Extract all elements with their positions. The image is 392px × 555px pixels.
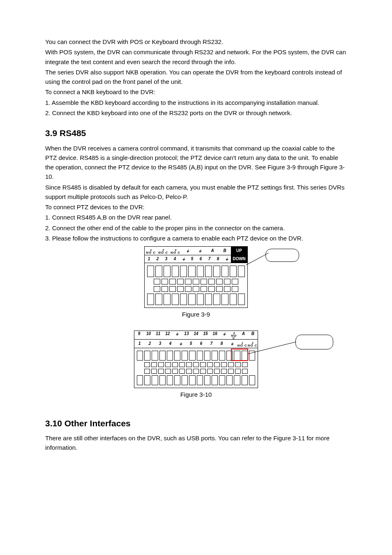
intro-p3: The series DVR also support NKB operatio… <box>45 67 347 87</box>
intro-p1: You can connect the DVR with POS or Keyb… <box>45 37 347 46</box>
fig39-top-0: NO C <box>146 252 156 254</box>
fig310-top-10: NO C <box>229 335 239 340</box>
fig39-down-label: DOWN <box>231 255 247 263</box>
fig310-top-8: 16 <box>210 331 220 340</box>
fig310-top-2: 11 <box>153 331 163 340</box>
sec39-p1: When the DVR receives a camera control c… <box>45 143 347 182</box>
fig310-bot-0: 1 <box>134 340 145 347</box>
intro-p2: With POS system, the DVR can communicate… <box>45 47 347 67</box>
fig310-bot-3: 4 <box>165 340 175 347</box>
fig310-caption: Figure 3-10 <box>180 390 212 399</box>
fig39-bot-2: 3 <box>162 256 171 262</box>
intro-p6: 2. Connect the KBD keyboard into one of … <box>45 108 347 118</box>
sec39-p5: 2. Connect the other end of the cable to… <box>45 223 347 233</box>
fig310-top-5: 13 <box>182 331 191 340</box>
fig310-top-3: 12 <box>163 331 172 340</box>
fig310-bot-4: ⏚ <box>175 340 186 347</box>
fig310-bot-11: NO C <box>248 345 258 347</box>
fig310-bot-6: 6 <box>196 340 206 347</box>
heading-3-9: 3.9 RS485 <box>45 127 347 140</box>
fig39-caption: Figure 3-9 <box>182 310 210 319</box>
fig39-pinrow-2 <box>147 279 245 284</box>
fig39-bot-0: 1 <box>145 256 153 262</box>
fig310-bot-8: 8 <box>217 340 227 347</box>
sec39-p2: Since RS485 is disabled by default for e… <box>45 183 347 202</box>
fig39-pinrow-4 <box>147 294 245 305</box>
sec39-p4: 1. Connect RS485 A,B on the DVR rear pan… <box>45 213 347 222</box>
heading-3-10: 3.10 Other Interfaces <box>45 417 347 430</box>
fig39-top-1: NO C <box>158 252 168 254</box>
fig310-bot-7: 7 <box>206 340 217 347</box>
fig310-bot-5: 5 <box>186 340 196 347</box>
fig310-top-7: 15 <box>201 331 210 340</box>
fig310-pinrow-3 <box>137 369 255 374</box>
fig39-bot-8: 8 <box>214 256 222 262</box>
fig39-top-5: A <box>206 247 219 254</box>
fig310-pinrow-1 <box>137 351 255 361</box>
fig310-top-12: B <box>248 331 258 340</box>
fig39-bot-7: 7 <box>205 256 214 262</box>
fig39-pinrow-3 <box>147 286 245 292</box>
figure-3-9: 1NO C 2NO C 3NO C ⏚ ⏚ A B UP 1 2 3 <box>45 246 347 327</box>
fig310-callout <box>295 335 333 349</box>
sec39-p6: 3. Please follow the instructions to con… <box>45 234 347 243</box>
fig39-bot-3: 4 <box>171 256 179 262</box>
fig310-top-0: 9 <box>134 331 144 340</box>
fig310-pinrow-4 <box>137 375 255 385</box>
fig39-callout-line <box>246 253 269 265</box>
fig310-top-11: A <box>239 331 248 340</box>
fig310-pinrow-2 <box>137 362 255 367</box>
fig310-bot-10: NO C <box>238 345 247 347</box>
fig39-bot-9: ⏚ <box>222 256 231 262</box>
intro-p4: To connect a NKB keyboard to the DVR: <box>45 87 347 97</box>
fig310-bot-2: 3 <box>155 340 165 347</box>
fig39-callout <box>265 249 299 262</box>
fig310-top-9: ⏚ <box>220 331 229 340</box>
fig39-top-2: NO C <box>171 252 180 254</box>
fig39-top-3: ⏚ <box>182 247 194 254</box>
fig310-bot-1: 2 <box>145 340 155 347</box>
sec310-p1: There are still other interfaces on the … <box>45 433 347 453</box>
fig39-pinrow-1 <box>147 266 245 277</box>
fig310-top-4: ⏚ <box>172 331 182 340</box>
fig39-bot-5: 5 <box>188 256 196 262</box>
figure-3-10: 9 10 11 12 ⏚ 13 14 15 16 ⏚ 3NO C A B <box>45 331 347 407</box>
fig39-bot-4: ⏚ <box>179 256 188 262</box>
fig310-top-1: 10 <box>144 331 153 340</box>
document-page: You can connect the DVR with POS or Keyb… <box>0 0 392 478</box>
fig310-top-6: 14 <box>191 331 201 340</box>
fig39-top-6: B <box>219 247 231 254</box>
fig39-bot-6: 6 <box>196 256 205 262</box>
fig39-top-4: ⏚ <box>194 247 206 254</box>
fig39-up-label: UP <box>231 247 247 255</box>
sec39-p3: To connect PTZ devices to the DVR: <box>45 202 347 212</box>
fig39-bot-1: 2 <box>153 256 162 262</box>
fig310-bot-9: ⏚ <box>227 340 237 347</box>
intro-p5: 1. Assemble the KBD keyboard according t… <box>45 98 347 107</box>
